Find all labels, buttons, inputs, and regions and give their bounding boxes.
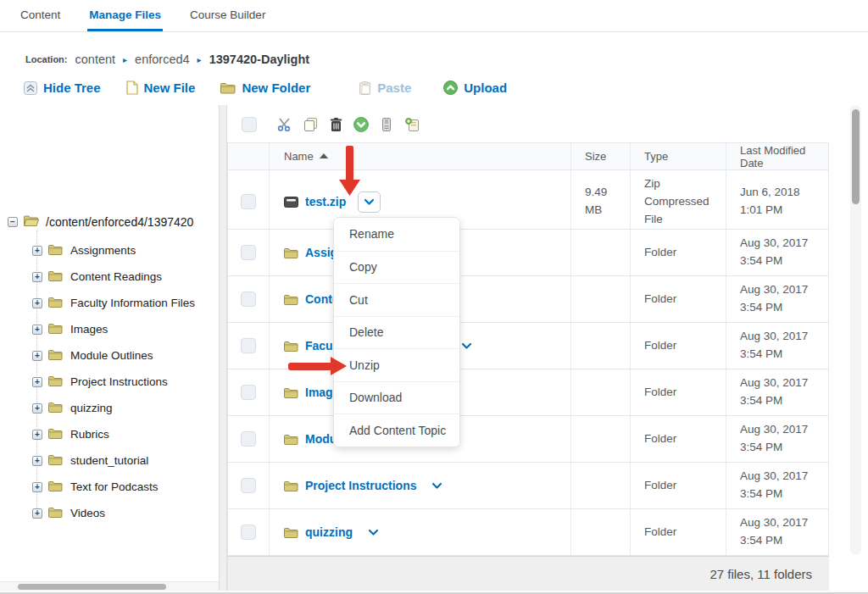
file-link-test-zip[interactable]: test.zip bbox=[305, 195, 346, 208]
download-icon[interactable] bbox=[348, 117, 374, 132]
action-toolbar: Hide Tree New File New Folder Paste Uplo… bbox=[24, 80, 507, 95]
file-count-footer: 27 files, 11 folders bbox=[227, 556, 829, 591]
table-row-quizzing: quizzing Folder Aug 30, 2017 3:54 PM bbox=[228, 509, 828, 556]
new-folder-button[interactable]: New Folder bbox=[220, 80, 310, 95]
expand-icon[interactable]: + bbox=[32, 482, 42, 492]
table-vertical-scrollbar[interactable] bbox=[850, 105, 861, 555]
column-header-type[interactable]: Type bbox=[630, 143, 726, 169]
tree-item-text-for-podcasts[interactable]: +Text for Podcasts bbox=[0, 474, 159, 500]
row-checkbox[interactable] bbox=[241, 338, 256, 353]
expand-icon[interactable]: + bbox=[32, 298, 42, 308]
select-all-checkbox[interactable] bbox=[242, 117, 257, 132]
menu-item-add-content-topic[interactable]: Add Content Topic bbox=[334, 414, 459, 447]
files-table: Name Size Type Last Modified Date test.z… bbox=[227, 142, 829, 556]
hide-tree-button[interactable]: Hide Tree bbox=[24, 80, 101, 95]
modified-cell: Aug 30, 2017 3:54 PM bbox=[726, 509, 829, 555]
tree-item-content-readings[interactable]: +Content Readings bbox=[0, 264, 162, 290]
expand-icon[interactable]: + bbox=[32, 325, 42, 335]
file-count-summary: 27 files, 11 folders bbox=[709, 567, 812, 581]
tree-item-student-tutorial[interactable]: +student_tutorial bbox=[0, 447, 148, 474]
tree-item-assignments[interactable]: +Assignments bbox=[0, 237, 136, 264]
row-checkbox[interactable] bbox=[241, 385, 256, 400]
folder-context-menu-chevron-icon[interactable] bbox=[461, 342, 472, 350]
type-cell: Folder bbox=[630, 230, 726, 275]
menu-item-rename[interactable]: Rename bbox=[334, 218, 459, 251]
row-checkbox[interactable] bbox=[241, 245, 256, 260]
row-checkbox[interactable] bbox=[241, 431, 256, 447]
new-file-button[interactable]: New File bbox=[126, 80, 196, 95]
open-folder-icon bbox=[24, 214, 39, 230]
tree-item-images[interactable]: +Images bbox=[0, 316, 108, 342]
cut-icon[interactable] bbox=[272, 118, 298, 131]
folder-link[interactable]: quizzing bbox=[305, 525, 353, 539]
expand-icon[interactable]: + bbox=[32, 403, 42, 414]
tab-manage-files[interactable]: Manage Files bbox=[87, 8, 163, 31]
table-row-project-instructions: Project Instructions Folder Aug 30, 2017… bbox=[228, 463, 828, 509]
column-header-modified[interactable]: Last Modified Date bbox=[726, 143, 829, 169]
zip-icon[interactable] bbox=[374, 118, 399, 131]
upload-button[interactable]: Upload bbox=[443, 80, 507, 95]
tab-course-builder[interactable]: Course Builder bbox=[188, 8, 267, 31]
menu-item-copy[interactable]: Copy bbox=[334, 251, 459, 284]
folder-link[interactable]: Project Instructions bbox=[305, 479, 416, 492]
tree-item-label: Text for Podcasts bbox=[70, 480, 159, 493]
folder-icon bbox=[48, 296, 63, 311]
tree-horizontal-scrollbar[interactable] bbox=[0, 581, 219, 591]
row-checkbox[interactable] bbox=[241, 291, 256, 307]
folder-icon bbox=[48, 348, 63, 364]
column-header-size[interactable]: Size bbox=[570, 143, 630, 169]
expand-icon[interactable]: + bbox=[32, 508, 42, 519]
name-header-label: Name bbox=[284, 150, 314, 163]
menu-item-unzip[interactable]: Unzip bbox=[334, 348, 459, 381]
tree-item-quizzing[interactable]: +quizzing bbox=[0, 395, 113, 421]
tab-content[interactable]: Content bbox=[19, 8, 62, 31]
modified-cell: Aug 30, 2017 3:54 PM bbox=[726, 230, 829, 275]
scrollbar-thumb[interactable] bbox=[852, 109, 860, 204]
row-checkbox[interactable] bbox=[241, 194, 256, 209]
menu-item-download[interactable]: Download bbox=[334, 381, 459, 414]
expand-icon[interactable]: + bbox=[32, 272, 42, 282]
menu-item-delete[interactable]: Delete bbox=[334, 316, 459, 349]
expand-icon[interactable]: + bbox=[32, 456, 42, 466]
breadcrumb-content[interactable]: content bbox=[75, 53, 116, 66]
breadcrumb-enforced4[interactable]: enforced4 bbox=[135, 53, 190, 66]
tab-bar: Content Manage Files Course Builder bbox=[0, 0, 868, 32]
column-header-name[interactable]: Name bbox=[269, 143, 570, 169]
location-label: Location: bbox=[25, 54, 68, 64]
folder-icon bbox=[284, 387, 298, 398]
tree-item-module-outlines[interactable]: +Module Outlines bbox=[0, 342, 153, 369]
expand-icon[interactable]: + bbox=[32, 246, 42, 256]
size-cell bbox=[570, 369, 630, 415]
row-checkbox[interactable] bbox=[241, 525, 256, 540]
type-cell: Folder bbox=[630, 416, 726, 462]
file-actions-toolbar bbox=[227, 112, 829, 137]
tree-item-rubrics[interactable]: +Rubrics bbox=[0, 421, 109, 447]
expand-icon[interactable]: + bbox=[32, 377, 42, 387]
delete-icon[interactable] bbox=[323, 118, 348, 132]
type-cell: Folder bbox=[630, 369, 726, 415]
file-tree-panel: − /content/enforced4/1397420 +Assignment… bbox=[0, 105, 219, 591]
tree-item-videos[interactable]: +Videos bbox=[0, 500, 105, 526]
sort-ascending-icon bbox=[320, 153, 328, 158]
tree-root-node[interactable]: − /content/enforced4/1397420 bbox=[0, 213, 193, 231]
folder-icon bbox=[48, 453, 63, 469]
tree-item-label: Faculty Information Files bbox=[70, 297, 195, 309]
folder-icon bbox=[284, 480, 298, 491]
unzip-add-file-icon[interactable] bbox=[399, 118, 425, 131]
folder-context-menu-chevron-icon[interactable] bbox=[368, 529, 379, 536]
size-cell bbox=[570, 509, 630, 555]
file-context-menu-button[interactable] bbox=[358, 192, 381, 213]
menu-item-cut[interactable]: Cut bbox=[334, 283, 459, 316]
copy-icon[interactable] bbox=[298, 118, 323, 132]
table-row-test-zip: test.zip 9.49 MB Zip Compressed File Jun… bbox=[228, 170, 828, 230]
panel-splitter[interactable] bbox=[219, 105, 227, 591]
tree-item-faculty-information-files[interactable]: +Faculty Information Files bbox=[0, 290, 195, 316]
tree-item-project-instructions[interactable]: +Project Instructions bbox=[0, 369, 168, 395]
expand-icon[interactable]: + bbox=[32, 430, 42, 440]
scrollbar-thumb[interactable] bbox=[18, 584, 166, 590]
row-checkbox[interactable] bbox=[241, 478, 256, 493]
expand-icon[interactable]: + bbox=[32, 351, 42, 361]
collapse-icon[interactable]: − bbox=[8, 217, 18, 227]
folder-context-menu-chevron-icon[interactable] bbox=[431, 482, 442, 490]
type-cell: Folder bbox=[630, 509, 726, 555]
